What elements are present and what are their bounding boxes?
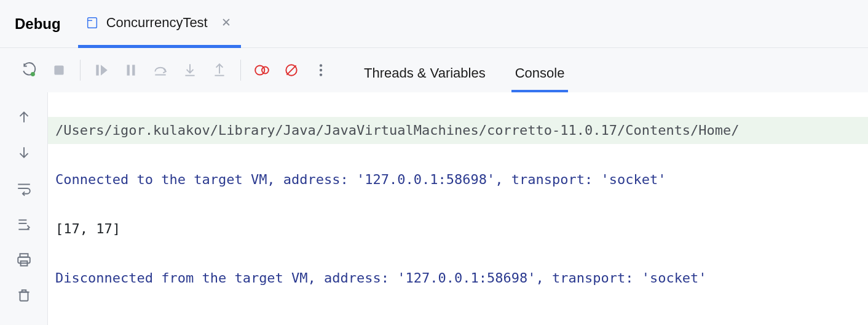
file-icon [85, 16, 99, 30]
more-actions-button[interactable] [306, 55, 336, 85]
svg-point-15 [320, 64, 322, 66]
console-line-output: [17, 17] [48, 215, 868, 243]
scroll-down-icon[interactable] [10, 139, 37, 166]
console-command-line: /Users/igor.kulakov/Library/Java/JavaVir… [48, 117, 868, 144]
close-tab-icon[interactable]: ✕ [215, 17, 231, 28]
step-out-button[interactable] [205, 55, 234, 85]
view-breakpoints-button[interactable] [247, 55, 277, 85]
resume-button[interactable] [87, 55, 116, 85]
console-line-connected: Connected to the target VM, address: '12… [48, 166, 868, 193]
console-blank-line [48, 314, 868, 325]
tab-console[interactable]: Console [511, 65, 569, 92]
console-gutter [0, 92, 48, 325]
svg-rect-3 [96, 65, 98, 75]
run-config-tab[interactable]: ConcurrencyTest ✕ [78, 0, 241, 48]
svg-rect-27 [20, 292, 28, 301]
step-into-button[interactable] [175, 55, 205, 85]
debug-tool-window-header: Debug ConcurrencyTest ✕ [0, 0, 868, 48]
rerun-button[interactable] [15, 55, 44, 85]
mute-breakpoints-button[interactable] [277, 55, 306, 85]
soft-wrap-icon[interactable] [10, 175, 37, 202]
separator [80, 60, 81, 81]
step-over-button[interactable] [146, 55, 175, 85]
clear-all-icon[interactable] [10, 282, 37, 309]
svg-point-17 [320, 73, 322, 76]
console-output[interactable]: /Users/igor.kulakov/Library/Java/JavaVir… [48, 92, 868, 325]
svg-rect-5 [132, 65, 135, 75]
debug-toolbar: Threads & Variables Console [0, 48, 868, 92]
svg-point-12 [262, 67, 269, 74]
svg-rect-0 [87, 17, 97, 28]
debug-subtabs: Threads & Variables Console [360, 48, 568, 92]
svg-rect-4 [127, 65, 130, 75]
separator [240, 60, 241, 81]
stop-button[interactable] [44, 55, 74, 85]
svg-point-1 [31, 72, 35, 76]
scroll-to-end-icon[interactable] [10, 211, 37, 238]
svg-rect-2 [54, 65, 63, 74]
svg-point-16 [320, 69, 322, 71]
svg-line-14 [286, 65, 296, 74]
console-line-disconnected: Disconnected from the target VM, address… [48, 265, 868, 292]
tool-window-title: Debug [0, 15, 78, 33]
print-icon[interactable] [10, 246, 37, 273]
tab-threads-variables[interactable]: Threads & Variables [360, 65, 489, 92]
pause-button[interactable] [116, 55, 146, 85]
svg-rect-25 [18, 257, 30, 263]
scroll-up-icon[interactable] [10, 103, 37, 130]
run-config-label: ConcurrencyTest [106, 15, 208, 31]
